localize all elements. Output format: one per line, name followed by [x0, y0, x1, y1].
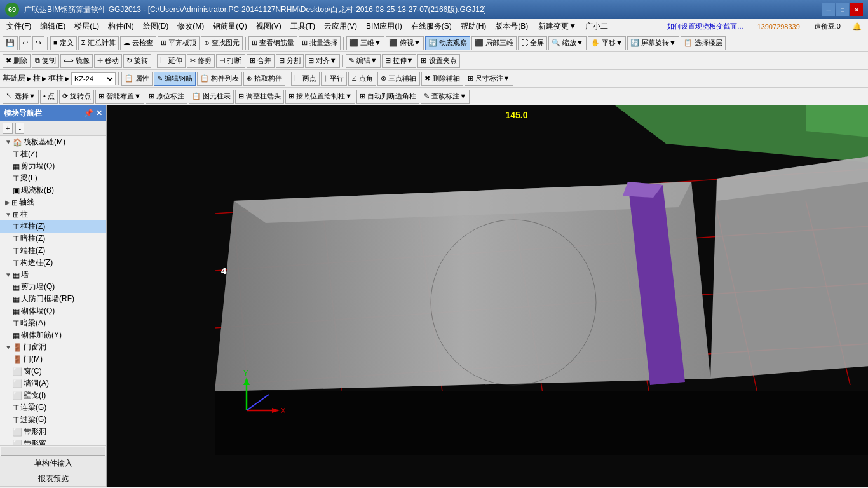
move-button[interactable]: ✛ 移动 [94, 54, 122, 68]
close-button[interactable]: ✕ [850, 3, 863, 16]
tree-item-masonwall[interactable]: ▦ 砌体墙(Q) [0, 305, 106, 317]
define-button[interactable]: ■ 定义 [50, 36, 77, 50]
edit2-button[interactable]: ✎ 编辑▼ [346, 54, 381, 68]
find-element-button[interactable]: ⊕ 查找图元 [201, 36, 243, 50]
menu-rebar[interactable]: 钢筋量(Q) [209, 20, 250, 33]
menu-new-change[interactable]: 新建变更▼ [534, 20, 580, 33]
batch-select-button[interactable]: ⊞ 批量选择 [299, 36, 341, 50]
tree-item-beam-f[interactable]: ⊤ 梁(L) [0, 172, 106, 184]
menu-draw[interactable]: 绘图(D) [139, 20, 173, 33]
extend-button[interactable]: ⊢ 延伸 [157, 54, 186, 68]
del-aux-button[interactable]: ✖ 删除辅轴 [421, 72, 463, 86]
merge-button[interactable]: ⊞ 合并 [247, 54, 275, 68]
trim-button[interactable]: ✂ 修剪 [187, 54, 215, 68]
calc-button[interactable]: Σ 汇总计算 [78, 36, 119, 50]
tree-item-wallopening[interactable]: ⬜ 墙洞(A) [0, 377, 106, 390]
copy-button[interactable]: ⧉ 复制 [32, 54, 59, 68]
canvas-3d[interactable]: 145.0 4 Y X [107, 105, 868, 487]
property-button[interactable]: 📋 属性 [121, 72, 153, 86]
menu-version[interactable]: 版本号(B) [491, 20, 532, 33]
pick-component-button[interactable]: ⊕ 拾取构件 [243, 72, 285, 86]
align-slab-button[interactable]: ⊞ 平齐板顶 [158, 36, 200, 50]
save-button[interactable]: 💾 [3, 36, 18, 50]
tree-item-shearwall[interactable]: ▦ 剪力墙(Q) [0, 281, 106, 293]
rotate-button[interactable]: ↻ 旋转 [123, 54, 151, 68]
tree-item-framecol[interactable]: ⊤ 框柱(Z) [0, 220, 106, 233]
select-floor-button[interactable]: 📋 选择楼层 [681, 36, 726, 50]
in-situ-label-button[interactable]: ⊞ 原位标注 [146, 90, 187, 104]
tree-item-wall[interactable]: ▼ ▦ 墙 [0, 269, 106, 281]
change-label-button[interactable]: ✎ 查改标注▼ [421, 90, 470, 104]
menu-guangxiao[interactable]: 广小二 [581, 20, 612, 33]
tree-item-niche[interactable]: ⬜ 壁龛(I) [0, 390, 106, 402]
split-button[interactable]: ⊟ 分割 [276, 54, 304, 68]
component-select[interactable]: KZ-24 [71, 72, 116, 85]
dynamic-obs-button[interactable]: 🔄 动态观察 [425, 36, 470, 50]
menu-bim[interactable]: BIM应用(I) [362, 20, 406, 33]
parallel-button[interactable]: ∥ 平行 [321, 72, 347, 86]
minimize-button[interactable]: ─ [822, 3, 835, 16]
edit-rebar-button[interactable]: ✎ 编辑钢筋 [154, 72, 196, 86]
tree-item-window[interactable]: ⬜ 窗(C) [0, 365, 106, 377]
menu-cloud[interactable]: 云应用(V) [320, 20, 361, 33]
maximize-button[interactable]: □ [836, 3, 849, 16]
pull-button[interactable]: ⊞ 拉伸▼ [382, 54, 417, 68]
tree-item-endcol[interactable]: ⊤ 端柱(Z) [0, 245, 106, 257]
component-list-button[interactable]: 📋 构件列表 [197, 72, 242, 86]
tree-item-doorwin[interactable]: ▼ 🚪 门窗洞 [0, 341, 106, 353]
two-point-button[interactable]: ⊢ 两点 [291, 72, 320, 86]
mirror-button[interactable]: ⟺ 镜像 [60, 54, 93, 68]
menu-tools[interactable]: 工具(T) [287, 20, 319, 33]
tree-item-column[interactable]: ▼ ⊞ 柱 [0, 208, 106, 220]
tree-item-stripwin[interactable]: ⬜ 带形窗 [0, 438, 106, 445]
tree-item-axis[interactable]: ▶ ⊞ 轴线 [0, 196, 106, 208]
report-preview-button[interactable]: 报表预览 [0, 471, 106, 487]
tree-item-shearwall-f[interactable]: ▦ 剪力墙(Q) [0, 160, 106, 172]
align-button[interactable]: ⊞ 对齐▼ [305, 54, 340, 68]
redo-button[interactable]: ↪ [32, 36, 44, 50]
adjust-col-button[interactable]: ⊞ 调整柱端头 [235, 90, 284, 104]
tree-item-pile[interactable]: ⊤ 桩(Z) [0, 148, 106, 160]
break-button[interactable]: ⊣ 打断 [216, 54, 245, 68]
menu-online[interactable]: 在线服务(S) [407, 20, 456, 33]
single-component-button[interactable]: 单构件输入 [0, 456, 106, 471]
menu-component[interactable]: 构件(N) [104, 20, 138, 33]
zoom-button[interactable]: 🔍 缩放▼ [548, 36, 587, 50]
select-draw-button[interactable]: ↖ 选择▼ [3, 90, 39, 104]
menu-edit[interactable]: 编辑(E) [36, 20, 69, 33]
top-view-button[interactable]: ⬛ 俯视▼ [386, 36, 424, 50]
dimension-button[interactable]: ⊞ 尺寸标注▼ [465, 72, 513, 86]
column-table-button[interactable]: 📋 图元柱表 [189, 90, 234, 104]
smart-place-button[interactable]: ⊞ 智能布置▼ [95, 90, 144, 104]
place-by-pos-button[interactable]: ⊞ 按照位置绘制柱▼ [285, 90, 355, 104]
cloud-check-button[interactable]: ☁ 云检查 [120, 36, 156, 50]
tree-item-lintelbeam[interactable]: ⊤ 过梁(G) [0, 414, 106, 426]
menu-file[interactable]: 文件(F) [3, 20, 35, 33]
tree-item-connbeam[interactable]: ⊤ 连梁(G) [0, 402, 106, 414]
3d-button[interactable]: ⬛ 三维▼ [346, 36, 384, 50]
auto-corner-button[interactable]: ⊞ 自动判断边角柱 [356, 90, 419, 104]
menu-help[interactable]: 帮助(H) [457, 20, 491, 33]
point-angle-button[interactable]: ∠ 点角 [348, 72, 376, 86]
rotate-point-button[interactable]: ⟳ 旋转点 [59, 90, 94, 104]
pan-button[interactable]: ✋ 平移▼ [588, 36, 626, 50]
tree-item-structcol[interactable]: ⊤ 构造柱(Z) [0, 257, 106, 269]
tree-item-stripopen[interactable]: ⬜ 带形洞 [0, 426, 106, 438]
three-point-button[interactable]: ⊛ 三点辅轴 [377, 72, 419, 86]
tree-item-darkbeam[interactable]: ⊤ 暗梁(A) [0, 317, 106, 329]
tree-item-civildefwall[interactable]: ▦ 人防门框墙(RF) [0, 293, 106, 305]
undo-button[interactable]: ↩ [19, 36, 31, 50]
tree-item-foundation[interactable]: ▼ 🏠 筏板基础(M) [0, 136, 106, 148]
partial-3d-button[interactable]: ⬛ 局部三维 [471, 36, 517, 50]
menu-view[interactable]: 视图(V) [252, 20, 285, 33]
fixture-button[interactable]: ⊞ 设置夹点 [417, 54, 459, 68]
tree-item-door[interactable]: 🚪 门(M) [0, 353, 106, 365]
rotate-screen-button[interactable]: 🔄 屏幕旋转▼ [627, 36, 679, 50]
menu-floor[interactable]: 楼层(L) [71, 20, 103, 33]
view-rebar-button[interactable]: ⊞ 查看钢筋量 [248, 36, 297, 50]
fullscreen-button[interactable]: ⛶ 全屏 [518, 36, 547, 50]
nav-expand-button[interactable]: + [3, 123, 13, 134]
delete-button[interactable]: ✖ 删除 [3, 54, 31, 68]
tree-item-masonrebar[interactable]: ▦ 砌体加筋(Y) [0, 329, 106, 341]
menu-modify[interactable]: 修改(M) [173, 20, 208, 33]
